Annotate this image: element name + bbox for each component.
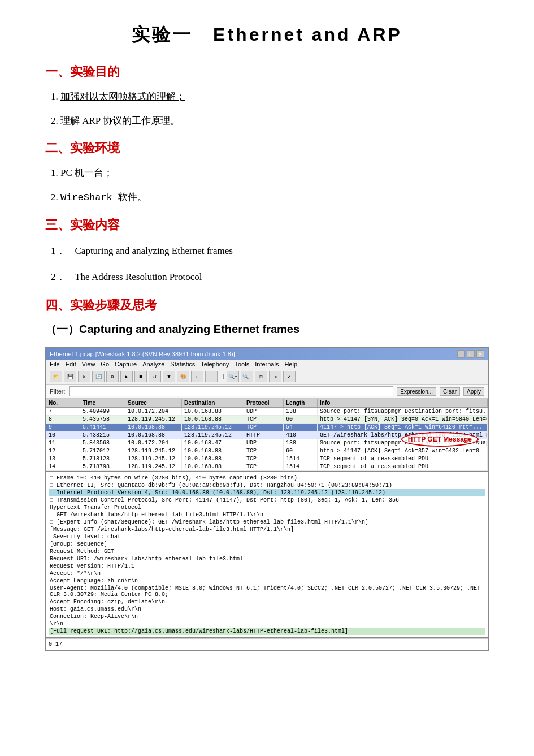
ws-menu-statistics[interactable]: Statistics [170,361,195,368]
table-row[interactable]: 125.717012128.119.245.1210.0.168.88TCP60… [46,447,488,455]
ws-filter-apply-btn[interactable]: Apply [463,387,484,396]
list-item: [Group: sequence] [49,541,485,548]
list-item: Accept-Language: zh-cn\r\n [49,577,485,585]
ws-filter-clear-btn[interactable]: Clear [440,387,460,396]
list-item: Host: gaia.cs.umass.edu\r\n [49,606,485,613]
ws-menu-file[interactable]: File [50,361,60,368]
ws-col-info: Info [318,399,488,407]
list-item: □ Internet Protocol Version 4, Src: 10.0… [49,489,485,496]
list-item: [Full request URI: http://gaia.cs.umass.… [49,628,485,635]
ws-tb-close[interactable]: ✕ [78,371,90,382]
ws-tb-stop[interactable]: ■ [134,371,147,382]
ws-menu-analyze[interactable]: Analyze [142,361,164,368]
list-item: Request URI: /wireshark-labs/http-ethere… [49,555,485,563]
table-row[interactable]: 145.718798128.119.245.1210.0.168.88TCP15… [46,463,488,471]
ws-tb-checkmarks[interactable]: ✓ [283,371,296,382]
section-1-heading: 一、实验目的 [45,63,489,80]
ws-menu-internals[interactable]: Internals [255,361,279,368]
table-row[interactable]: 135.718128128.119.245.1210.0.168.88TCP15… [46,455,488,463]
section-3-item-2: 2． The Address Resolution Protocol [51,267,489,287]
section-1: 一、实验目的 1. 加强对以太网帧格式的理解； 2. 理解 ARP 协议的工作原… [45,63,489,129]
table-row[interactable]: 85.435758128.119.245.1210.0.168.88TCP60h… [46,416,488,424]
ws-tb-zoom-out[interactable]: 🔍- [241,371,253,382]
ws-tb-start[interactable]: ▶ [120,371,133,382]
list-item: User-Agent: Mozilla/4.0 (compatible; MSI… [49,585,485,598]
list-item: Request Method: GET [49,548,485,555]
section-3: 三、实验内容 1． Capturing and analyzing Ethern… [45,217,489,287]
ws-filter-input[interactable] [69,386,394,396]
ws-menu-edit[interactable]: Edit [66,361,76,368]
list-item: Hypertext Transfer Protocol [49,504,485,511]
section-3-item-1: 1． Capturing and analyzing Ethernet fram… [51,241,489,261]
section-2-heading: 二、实验环境 [45,140,489,157]
ws-col-dest: Destination [182,399,244,407]
ws-tb-capture-opts[interactable]: ⚙ [106,371,119,382]
section-1-item-1: 1. 加强对以太网帧格式的理解； [51,88,489,106]
ws-detail-pane: □ Frame 10: 410 bytes on wire (3280 bits… [46,472,488,638]
section-2-item-2: 2. WireShark 软件。 [51,189,489,207]
ws-tb-open[interactable]: 📂 [50,371,62,382]
ws-packet-header: No. Time Source Destination Protocol Len… [46,399,488,408]
ws-col-source: Source [125,399,182,407]
ws-tb-sep: | [222,374,225,380]
list-item: □ GET /wireshark-labs/http-ethereal-lab-… [49,511,485,519]
ws-maximize-btn[interactable]: □ [467,350,475,358]
table-row[interactable]: 95.4144110.0.168.88128.119.245.12TCP5441… [46,424,488,431]
ws-titlebar-buttons: ─ □ ✕ [457,350,484,358]
ws-tb-color[interactable]: 🎨 [177,371,189,382]
ws-tb-forward[interactable]: → [205,371,218,382]
ws-col-proto: Protocol [244,399,284,407]
ws-tb-save[interactable]: 💾 [64,371,76,382]
list-item: □ Transmission Control Protocol, Src Por… [49,496,485,504]
ws-tb-zoom-reset[interactable]: ⊡ [255,371,267,382]
section-2: 二、实验环境 1. PC 机一台； 2. WireShark 软件。 [45,140,489,206]
section-3-heading: 三、实验内容 [45,217,489,234]
ws-hex-pane: 0 17 [46,638,488,650]
ws-col-time: Time [80,399,125,407]
section-1-item-2: 2. 理解 ARP 协议的工作原理。 [51,113,489,130]
ws-filter-label: Filter: [50,388,66,395]
list-item: □ [Expert Info (chat/Sequence): GET /wir… [49,519,485,526]
list-item: \r\n [49,620,485,628]
ws-titlebar: Ethernet 1.pcap [Wireshark 1.8.2 (SVN Re… [46,348,488,360]
ws-close-btn[interactable]: ✕ [476,350,484,358]
ws-col-no: No. [46,399,80,407]
list-item: Connection: Keep-Alive\r\n [49,613,485,620]
list-item: [Message: GET /wireshark-labs/http-ether… [49,526,485,533]
list-item: Accept-Encoding: gzip, deflate\r\n [49,598,485,606]
wireshark-screenshot: Ethernet 1.pcap [Wireshark 1.8.2 (SVN Re… [45,347,489,651]
list-item: □ Frame 10: 410 bytes on wire (3280 bits… [49,474,485,482]
ws-title: Ethernet 1.pcap [Wireshark 1.8.2 (SVN Re… [50,351,235,357]
list-item: [Severity level: chat] [49,533,485,541]
page-title: 实验一 Ethernet and ARP [45,23,489,47]
ws-menu-help[interactable]: Help [284,361,297,368]
ws-menu-telephony[interactable]: Telephony [201,361,229,368]
ws-menu-capture[interactable]: Capture [115,361,137,368]
ws-col-len: Length [284,399,318,407]
list-item: Accept: */*\r\n [49,570,485,577]
ws-menu-tools[interactable]: Tools [235,361,250,368]
section-4: 四、实验步骤及思考 （一）Capturing and analyzing Eth… [45,297,489,337]
ws-menubar: File Edit View Go Capture Analyze Statis… [46,360,488,369]
ws-tb-back[interactable]: ← [191,371,203,382]
section-4-heading: 四、实验步骤及思考 [45,297,489,314]
list-item: □ Ethernet II, Src: QuantaCo_db:9b:f3 (c… [49,482,485,489]
ws-tb-zoom-in[interactable]: 🔍+ [227,371,239,382]
ws-filter-expression-btn[interactable]: Expression... [397,387,436,396]
ws-toolbar: 📂 💾 ✕ 🔄 ⚙ ▶ ■ ↺ ▼ 🎨 ← → | 🔍+ 🔍- ⊡ ⇥ ✓ [46,369,488,385]
ws-tb-reload[interactable]: 🔄 [92,371,105,382]
ws-tb-restart[interactable]: ↺ [149,371,161,382]
list-item: Request Version: HTTP/1.1 [49,563,485,570]
section-2-item-1: 1. PC 机一台； [51,165,489,182]
ws-minimize-btn[interactable]: ─ [457,350,465,358]
ws-hex-content: 0 17 [49,641,62,647]
ws-tb-filter[interactable]: ▼ [163,371,175,382]
ws-filter-bar: Filter: Expression... Clear Apply [46,385,488,399]
ws-menu-view[interactable]: View [82,361,95,368]
ws-tb-follow[interactable]: ⇥ [269,371,281,382]
ws-menu-go[interactable]: Go [101,361,109,368]
table-row[interactable]: 75.40949910.0.172.20410.0.168.88UDP138So… [46,408,488,416]
subsection-1-heading: （一）Capturing and analyzing Ethernet fram… [45,322,489,337]
